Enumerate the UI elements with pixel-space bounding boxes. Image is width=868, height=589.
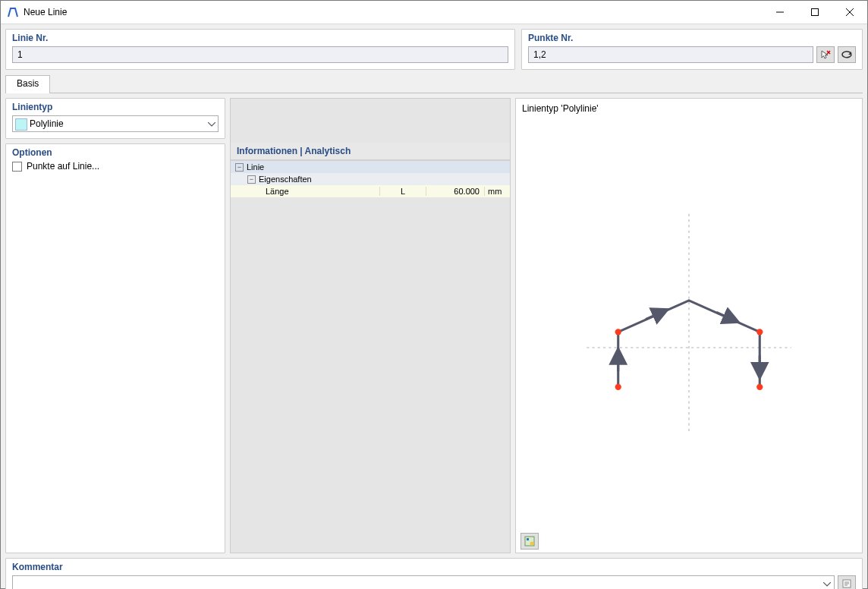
comment-group: Kommentar xyxy=(5,558,863,589)
line-type-label: Linientyp xyxy=(12,102,219,112)
svg-line-2 xyxy=(846,8,854,16)
svg-line-3 xyxy=(846,8,854,16)
line-type-selected: Polylinie xyxy=(30,118,64,129)
line-number-input[interactable] xyxy=(12,46,508,63)
line-number-label: Linie Nr. xyxy=(12,33,508,43)
reverse-arrow-icon xyxy=(841,50,853,59)
options-label: Optionen xyxy=(12,147,219,158)
preview-settings-button[interactable] xyxy=(520,533,539,550)
window-title: Neue Linie xyxy=(24,7,67,17)
chevron-down-icon xyxy=(823,578,831,589)
tree-node-eigenschaften[interactable]: − Eigenschaften xyxy=(231,173,510,185)
svg-line-9 xyxy=(646,312,662,319)
collapse-icon[interactable]: − xyxy=(235,163,244,172)
info-panel-title: Informationen | Analytisch xyxy=(231,143,510,160)
svg-point-18 xyxy=(530,541,534,545)
svg-rect-1 xyxy=(812,9,819,16)
pick-points-button[interactable] xyxy=(816,46,835,63)
collapse-icon[interactable]: − xyxy=(247,175,256,184)
points-on-line-label: Punkte auf Linie... xyxy=(27,161,99,172)
tab-strip: Basis xyxy=(5,74,863,93)
app-icon xyxy=(7,6,19,18)
line-type-group: Linientyp Polylinie xyxy=(5,98,225,139)
options-group: Optionen Punkte auf Linie... xyxy=(5,143,225,553)
points-number-group: Punkte Nr. xyxy=(521,29,863,70)
property-value: 60.000 xyxy=(426,187,484,196)
close-button[interactable] xyxy=(832,1,867,24)
comment-doc-icon xyxy=(841,578,852,589)
svg-point-13 xyxy=(615,329,621,335)
preview-title: Linientyp 'Polylinie' xyxy=(516,99,862,118)
tree-linie-label: Linie xyxy=(247,162,264,172)
titlebar: Neue Linie xyxy=(1,1,867,24)
svg-point-12 xyxy=(615,384,621,390)
chevron-down-icon xyxy=(208,118,215,129)
dialog-window: Neue Linie Linie Nr. Punkte Nr. xyxy=(0,0,868,589)
tree-eigenschaften-label: Eigenschaften xyxy=(259,175,312,184)
tree-node-linie[interactable]: − Linie xyxy=(231,161,510,173)
reverse-points-button[interactable] xyxy=(838,46,856,63)
line-type-select[interactable]: Polylinie xyxy=(12,115,219,132)
svg-line-10 xyxy=(716,312,732,319)
points-number-input[interactable] xyxy=(528,46,813,63)
svg-rect-17 xyxy=(527,538,529,540)
preview-canvas xyxy=(516,118,862,530)
cursor-delete-icon xyxy=(820,49,831,60)
line-number-group: Linie Nr. xyxy=(5,29,515,70)
points-number-label: Punkte Nr. xyxy=(528,33,856,43)
minimize-button[interactable] xyxy=(763,1,797,24)
tab-basis[interactable]: Basis xyxy=(5,75,50,93)
property-symbol: L xyxy=(379,187,426,196)
property-name: Länge xyxy=(266,187,379,196)
preview-icon xyxy=(524,536,535,546)
tree-row-laenge: Länge L 60.000 mm xyxy=(231,185,510,197)
preview-panel: Linientyp 'Polylinie' xyxy=(515,98,863,553)
svg-point-15 xyxy=(756,384,763,390)
property-unit: mm xyxy=(484,187,518,196)
comment-combo[interactable] xyxy=(12,575,835,589)
maximize-button[interactable] xyxy=(797,1,832,24)
comment-library-button[interactable] xyxy=(838,575,856,589)
line-type-swatch-icon xyxy=(15,118,27,131)
info-panel: Informationen | Analytisch − Linie − Eig… xyxy=(230,98,511,553)
comment-label: Kommentar xyxy=(12,562,856,572)
points-on-line-checkbox[interactable] xyxy=(12,162,22,172)
svg-point-14 xyxy=(756,329,763,335)
